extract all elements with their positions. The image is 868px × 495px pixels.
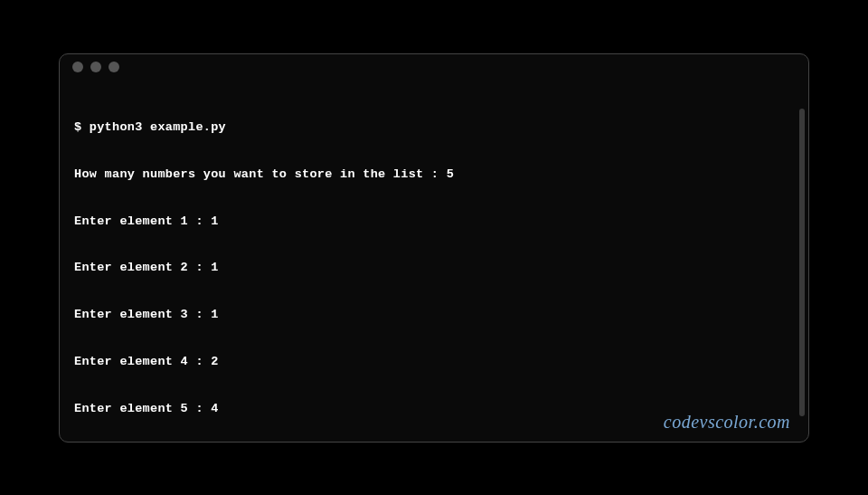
terminal-line: $ python3 example.py xyxy=(74,119,794,135)
minimize-icon[interactable] xyxy=(90,62,101,72)
terminal-line: Enter element 1 : 1 xyxy=(74,214,794,229)
close-icon[interactable] xyxy=(72,62,83,72)
scrollbar[interactable] xyxy=(799,109,805,416)
terminal-line: Enter element 2 : 1 xyxy=(74,260,794,275)
maximize-icon[interactable] xyxy=(108,62,119,72)
terminal-window: $ python3 example.py How many numbers yo… xyxy=(59,53,809,443)
terminal-line: Enter element 4 : 2 xyxy=(74,354,794,369)
title-bar xyxy=(60,54,808,80)
terminal-content[interactable]: $ python3 example.py How many numbers yo… xyxy=(60,80,808,443)
terminal-line: Enter element 3 : 1 xyxy=(74,307,794,322)
watermark: codevscolor.com xyxy=(664,412,790,433)
terminal-line: How many numbers you want to store in th… xyxy=(74,167,794,182)
